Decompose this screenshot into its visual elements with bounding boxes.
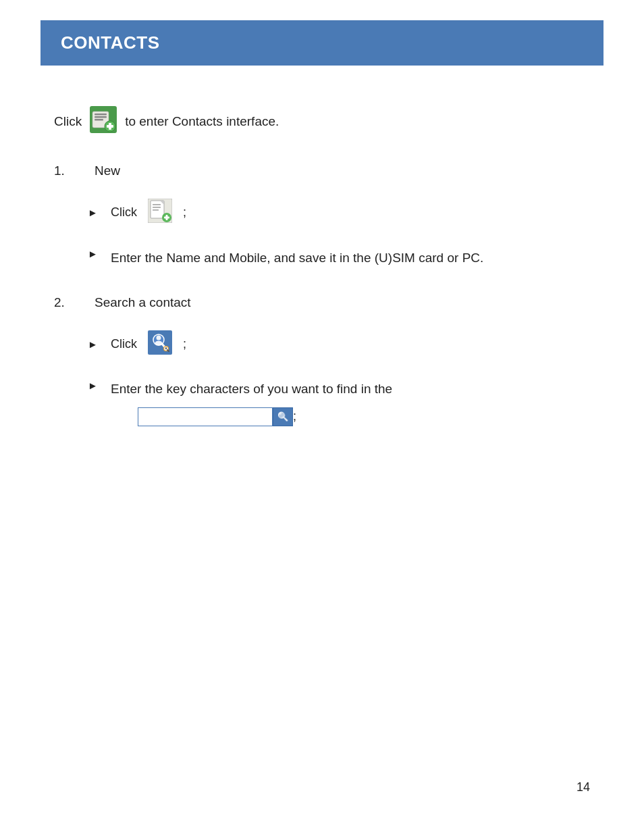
- bullet-1-pre-text: Click: [111, 205, 137, 220]
- svg-rect-13: [153, 209, 159, 211]
- bullet-3-pre-text: Click: [111, 337, 137, 351]
- section-1: 1. New ► Click: [54, 163, 590, 268]
- svg-rect-16: [164, 217, 169, 219]
- bullet-1-post-text: ;: [183, 205, 186, 220]
- svg-point-20: [155, 341, 163, 346]
- header-banner: CONTACTS: [41, 20, 603, 66]
- svg-rect-11: [153, 204, 161, 205]
- svg-rect-7: [107, 125, 113, 128]
- search-submit-button[interactable]: [273, 407, 293, 426]
- contacts-app-icon: [90, 106, 117, 136]
- intro-pre-text: Click: [54, 114, 82, 129]
- section-1-bullet-1: ► Click ;: [88, 199, 590, 226]
- bullet-chevron-icon-3: ►: [88, 338, 100, 350]
- section-1-number: 1.: [54, 163, 74, 178]
- intro-line: Click to enter Contacts interface.: [54, 106, 590, 136]
- main-content: Click to enter Contacts interface. 1. Ne…: [0, 66, 644, 465]
- bullet-3-post-text: ;: [183, 337, 186, 351]
- intro-post-text: to enter Contacts interface.: [125, 114, 279, 129]
- search-contact-icon: [148, 330, 172, 358]
- svg-rect-2: [95, 113, 107, 116]
- bullet-2-text: Enter the Name and Mobile, and save it i…: [111, 248, 483, 268]
- bullet-4-content: Enter the key characters of you want to …: [111, 380, 392, 426]
- section-2-label: Search a contact: [95, 295, 191, 310]
- svg-rect-3: [95, 116, 107, 118]
- search-input-field[interactable]: [138, 407, 273, 426]
- section-1-label: New: [95, 163, 120, 178]
- section-1-bullets: ► Click ;: [88, 199, 590, 268]
- bullet-4-text: Enter the key characters of you want to …: [111, 382, 392, 396]
- section-2-number: 2.: [54, 295, 74, 310]
- bullet-chevron-icon-4: ►: [88, 380, 100, 391]
- search-bar-widget: ;: [138, 407, 392, 426]
- section-2-bullets: ► Click ;: [88, 330, 590, 426]
- bullet-chevron-icon: ►: [88, 207, 100, 218]
- section-2-bullet-2: ► Enter the key characters of you want t…: [88, 377, 590, 426]
- section-2-title: 2. Search a contact: [54, 295, 590, 310]
- svg-line-25: [167, 350, 169, 351]
- section-1-title: 1. New: [54, 163, 590, 178]
- section-2: 2. Search a contact ► Click: [54, 295, 590, 426]
- svg-point-19: [157, 336, 161, 340]
- svg-rect-4: [95, 119, 103, 121]
- svg-rect-12: [153, 207, 161, 208]
- svg-point-24: [165, 348, 167, 349]
- bullet-chevron-icon-2: ►: [88, 248, 100, 259]
- page-number: 14: [576, 780, 590, 794]
- search-semicolon: ;: [293, 409, 296, 424]
- section-2-bullet-1: ► Click ;: [88, 330, 590, 358]
- new-contact-icon: [148, 199, 172, 226]
- page-title: CONTACTS: [61, 32, 160, 53]
- section-1-bullet-2: ► Enter the Name and Mobile, and save it…: [88, 245, 590, 268]
